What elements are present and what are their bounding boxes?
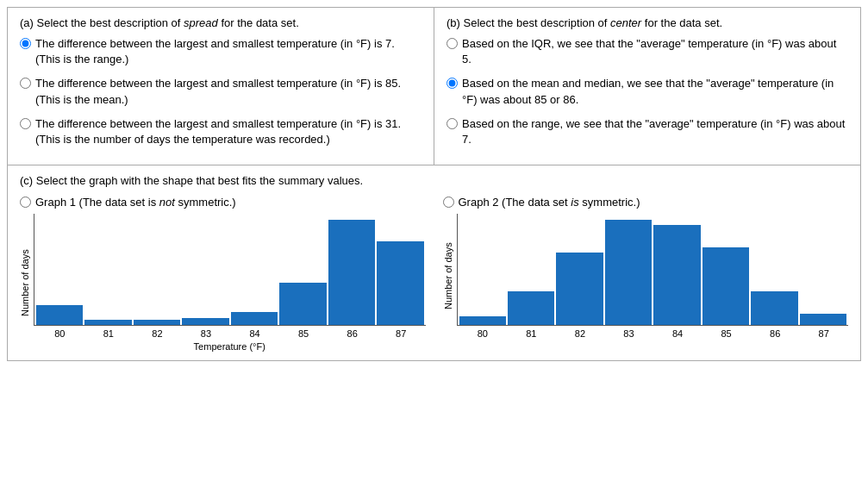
panel-b-label-end: for the data set.: [641, 16, 722, 29]
bar: [134, 320, 180, 325]
graphs-row: Graph 1 (The data set is not symmetric.)…: [20, 196, 848, 352]
bar: [328, 220, 375, 325]
bar: [459, 316, 506, 325]
x-label: 82: [133, 328, 182, 339]
bar: [231, 312, 278, 325]
option-b2-radio[interactable]: [446, 78, 458, 89]
panel-a-label-end: for the data set.: [218, 16, 299, 29]
bar: [703, 247, 749, 325]
bar: [751, 291, 797, 325]
x-label: 85: [279, 328, 328, 339]
option-a2-radio[interactable]: [20, 78, 31, 89]
x-label: 85: [702, 328, 751, 339]
graph1-y-axis-label: Number of days: [20, 214, 30, 352]
x-label: 87: [377, 328, 426, 339]
panel-a-label-italic: spread: [184, 16, 218, 29]
bar: [279, 283, 326, 325]
x-label: 84: [653, 328, 703, 339]
graph2-x-axis-labels: 80 81 82 83 84 85 86 87: [457, 328, 849, 339]
top-row: (a) Select the best description of sprea…: [8, 8, 860, 165]
option-b3-text: Based on the range, we see that the "ave…: [462, 116, 848, 147]
bar: [377, 241, 423, 325]
bar: [182, 318, 228, 325]
graph2-container: Graph 2 (The data set is symmetric.) Num…: [443, 196, 849, 352]
option-a3-radio[interactable]: [20, 118, 31, 129]
panel-b-label-italic: center: [610, 16, 641, 29]
option-a1-text: The difference between the largest and s…: [35, 36, 422, 67]
x-label: 81: [84, 328, 134, 339]
bar: [556, 253, 603, 325]
option-a3-row[interactable]: The difference between the largest and s…: [20, 116, 422, 147]
x-label: 86: [751, 328, 800, 339]
option-b1-text: Based on the IQR, we see that the "avera…: [462, 36, 848, 67]
option-b2-text: Based on the mean and median, we see tha…: [462, 76, 848, 107]
panel-b: (b) Select the best description of cente…: [434, 8, 860, 165]
panel-b-label-text: (b) Select the best description of: [446, 16, 610, 29]
x-label: 82: [556, 328, 605, 339]
bar: [800, 314, 846, 325]
graph1-option-row[interactable]: Graph 1 (The data set is not symmetric.): [20, 196, 426, 209]
graph2-radio[interactable]: [443, 197, 454, 208]
x-label: 86: [328, 328, 377, 339]
graph1-chart-area: 80 81 82 83 84 85 86 87 Temperature (°F): [34, 214, 426, 352]
bar: [36, 305, 83, 325]
graph1-chart-wrapper: Number of days 8: [20, 214, 426, 352]
graph1-x-axis-title: Temperature (°F): [34, 341, 426, 352]
bar: [653, 225, 700, 325]
bar: [84, 320, 131, 325]
graph1-radio[interactable]: [20, 197, 31, 208]
graph2-label: Graph 2 (The data set is symmetric.): [459, 196, 640, 209]
option-a2-row[interactable]: The difference between the largest and s…: [20, 76, 422, 107]
graph2-chart-area: 80 81 82 83 84 85 86 87: [457, 214, 849, 339]
x-label: 83: [182, 328, 231, 339]
graph1-label: Graph 1 (The data set is not symmetric.): [35, 196, 236, 209]
graph2-y-axis-label: Number of days: [443, 214, 453, 339]
panel-c-label-text: (c) Select the graph with the shape that…: [20, 174, 363, 187]
x-label: 87: [799, 328, 848, 339]
x-label: 84: [230, 328, 279, 339]
panel-c-label: (c) Select the graph with the shape that…: [20, 174, 848, 187]
x-label: 80: [459, 328, 508, 339]
option-a1-radio[interactable]: [20, 38, 31, 49]
bar: [605, 220, 652, 325]
option-a2-text: The difference between the largest and s…: [35, 76, 422, 107]
panel-b-label: (b) Select the best description of cente…: [446, 16, 848, 29]
option-b1-row[interactable]: Based on the IQR, we see that the "avera…: [446, 36, 848, 67]
option-a1-row[interactable]: The difference between the largest and s…: [20, 36, 422, 67]
option-b3-radio[interactable]: [446, 118, 458, 129]
option-a3-text: The difference between the largest and s…: [35, 116, 422, 147]
x-label: 83: [604, 328, 653, 339]
panel-c: (c) Select the graph with the shape that…: [8, 165, 860, 360]
option-b2-row[interactable]: Based on the mean and median, we see tha…: [446, 76, 848, 107]
bar: [508, 291, 554, 325]
panel-a-label: (a) Select the best description of sprea…: [20, 16, 422, 29]
option-b3-row[interactable]: Based on the range, we see that the "ave…: [446, 116, 848, 147]
panel-a-label-text: (a) Select the best description of: [20, 16, 184, 29]
x-label: 81: [507, 328, 556, 339]
graph1-container: Graph 1 (The data set is not symmetric.)…: [20, 196, 426, 352]
graph2-chart-wrapper: Number of days 8: [443, 214, 849, 339]
graph1-bars-area: [34, 214, 426, 326]
graph2-option-row[interactable]: Graph 2 (The data set is symmetric.): [443, 196, 849, 209]
x-label: 80: [35, 328, 84, 339]
panel-a: (a) Select the best description of sprea…: [8, 8, 434, 165]
option-b1-radio[interactable]: [446, 38, 458, 49]
main-container: (a) Select the best description of sprea…: [7, 7, 861, 361]
graph2-bars-area: [457, 214, 849, 326]
graph1-x-axis-labels: 80 81 82 83 84 85 86 87: [34, 328, 426, 339]
